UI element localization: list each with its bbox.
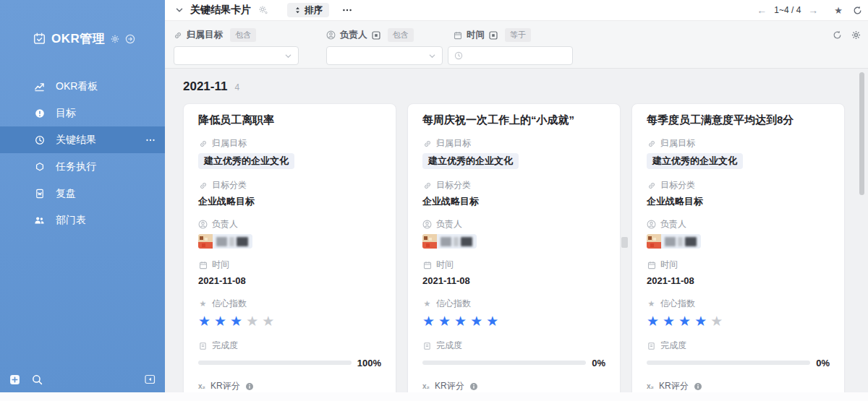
field-label: 时间 <box>212 259 229 271</box>
pager-next-icon[interactable]: → <box>804 4 822 16</box>
app-settings-gear-icon[interactable] <box>111 35 119 43</box>
star-filled-icon[interactable]: ★ <box>694 314 707 329</box>
field-label: 归属目标 <box>660 137 695 150</box>
goal-filter-select[interactable] <box>174 46 299 65</box>
sidebar-menu: OKR看板 目标 关键结果 任务执行 复盘 <box>0 73 165 233</box>
redacted-name <box>665 237 697 246</box>
confidence-stars: ★★★★★ <box>647 314 830 329</box>
goal-tag[interactable]: 建立优秀的企业文化 <box>422 153 519 169</box>
sidebar-item-label: 关键结果 <box>56 134 96 147</box>
filter-operator-badge[interactable]: 等于 <box>505 28 531 42</box>
collapse-sidebar-icon[interactable] <box>145 374 156 384</box>
star-filled-icon[interactable]: ★ <box>486 314 498 329</box>
boxed-square-icon[interactable] <box>372 31 380 40</box>
document-icon <box>647 342 656 350</box>
sort-button[interactable]: 排序 <box>287 3 329 17</box>
group-title: 2021-11 <box>183 79 227 94</box>
time-filter-input[interactable] <box>448 46 573 65</box>
sidebar-item-okr-board[interactable]: OKR看板 <box>0 73 165 100</box>
link-icon <box>647 139 656 148</box>
star-icon: ★ <box>647 299 656 309</box>
field-label: 负责人 <box>436 218 462 230</box>
star-filled-icon[interactable]: ★ <box>470 314 482 329</box>
star-empty-icon[interactable]: ★ <box>262 314 274 329</box>
field-label: KR评分 <box>210 380 240 392</box>
info-icon[interactable] <box>469 382 478 391</box>
board-scrollbar-thumb[interactable] <box>859 72 864 195</box>
redacted-name <box>216 237 248 246</box>
progress-track <box>647 361 810 365</box>
refresh-icon[interactable] <box>853 6 862 15</box>
sidebar-item-objectives[interactable]: 目标 <box>0 100 165 126</box>
field-label: 目标分类 <box>660 179 695 191</box>
clock-icon <box>34 135 45 145</box>
filter-operator-badge[interactable]: 包含 <box>388 28 414 42</box>
cards-board: 2021-11 4 降低员工离职率 归属目标 建立优秀的企业文化 目标分类 企业… <box>165 69 868 392</box>
favorite-star-icon[interactable]: ★ <box>834 5 843 16</box>
goal-tag[interactable]: 建立优秀的企业文化 <box>198 153 294 169</box>
sidebar-item-review[interactable]: 复盘 <box>0 180 165 207</box>
field-label: 目标分类 <box>436 179 471 191</box>
confidence-stars: ★★★★★ <box>198 314 381 329</box>
goal-tag[interactable]: 建立优秀的企业文化 <box>647 153 743 169</box>
sidebar-footer <box>0 366 165 392</box>
star-filled-icon[interactable]: ★ <box>198 314 210 329</box>
sort-button-label: 排序 <box>305 4 323 17</box>
filter-label: 归属目标 <box>187 29 223 41</box>
info-icon[interactable] <box>245 382 254 391</box>
pager-prev-icon[interactable]: ← <box>752 4 771 16</box>
star-empty-icon[interactable]: ★ <box>246 314 258 329</box>
avatar <box>198 234 213 249</box>
star-filled-icon[interactable]: ★ <box>454 314 467 329</box>
star-filled-icon[interactable]: ★ <box>663 314 675 329</box>
sidebar-item-task-execution[interactable]: 任务执行 <box>0 153 165 180</box>
star-filled-icon[interactable]: ★ <box>214 314 226 329</box>
group-header: 2021-11 4 <box>165 69 868 103</box>
filter-operator-badge[interactable]: 包含 <box>230 28 256 42</box>
assignee-filter-select[interactable] <box>326 46 443 65</box>
boxed-square-icon[interactable] <box>489 31 498 40</box>
calendar-check-icon <box>33 33 46 45</box>
field-label: KR评分 <box>659 380 689 392</box>
category-value: 企业战略目标 <box>198 195 381 208</box>
sidebar: OKR管理 OKR看板 目标 关键结果 <box>0 0 165 392</box>
kr-card[interactable]: 每周庆祝一次工作上的“小成就” 归属目标 建立优秀的企业文化 目标分类 企业战略… <box>407 103 621 392</box>
add-record-button[interactable] <box>9 374 20 385</box>
filter-refresh-icon[interactable] <box>833 30 842 40</box>
search-icon[interactable] <box>32 374 43 385</box>
star-filled-icon[interactable]: ★ <box>422 314 435 329</box>
confidence-stars: ★★★★★ <box>422 314 605 329</box>
more-icon[interactable] <box>145 136 156 145</box>
field-label: KR评分 <box>435 380 464 392</box>
line-chart-icon <box>34 81 45 92</box>
field-label: 时间 <box>436 259 454 271</box>
formula-icon: x₂ <box>647 382 654 390</box>
view-config-gears-icon[interactable] <box>258 5 268 15</box>
circle-arrow-icon[interactable] <box>125 34 135 44</box>
person-circle-icon <box>422 220 432 229</box>
star-filled-icon[interactable]: ★ <box>230 314 242 329</box>
sidebar-item-departments[interactable]: 部门表 <box>0 207 165 233</box>
filter-group-assignee: 负责人 包含 <box>326 29 443 68</box>
person-circle-icon <box>198 220 208 229</box>
hexagon-icon <box>34 162 45 172</box>
sidebar-item-key-results[interactable]: 关键结果 <box>0 126 165 153</box>
star-filled-icon[interactable]: ★ <box>647 314 659 329</box>
date-value: 2021-11-08 <box>647 275 830 288</box>
star-filled-icon[interactable]: ★ <box>438 314 451 329</box>
info-icon[interactable] <box>694 382 702 391</box>
kr-card[interactable]: 降低员工离职率 归属目标 建立优秀的企业文化 目标分类 企业战略目标 负责人 时… <box>183 103 396 392</box>
category-value: 企业战略目标 <box>647 195 830 208</box>
assignee-value <box>198 234 381 249</box>
toolbar-more-icon[interactable] <box>342 6 352 14</box>
document-icon <box>422 342 432 350</box>
app-title: OKR管理 <box>51 30 105 47</box>
chevron-down-icon[interactable] <box>175 6 184 14</box>
card-scrollbar-thumb[interactable] <box>621 237 628 248</box>
filter-settings-gear-icon[interactable] <box>851 30 861 40</box>
star-filled-icon[interactable]: ★ <box>678 314 691 329</box>
star-empty-icon[interactable]: ★ <box>710 314 723 329</box>
kr-card[interactable]: 每季度员工满意度平均达到8分 归属目标 建立优秀的企业文化 目标分类 企业战略目… <box>631 103 845 392</box>
redacted-name <box>441 237 472 246</box>
field-label: 完成度 <box>660 340 686 352</box>
